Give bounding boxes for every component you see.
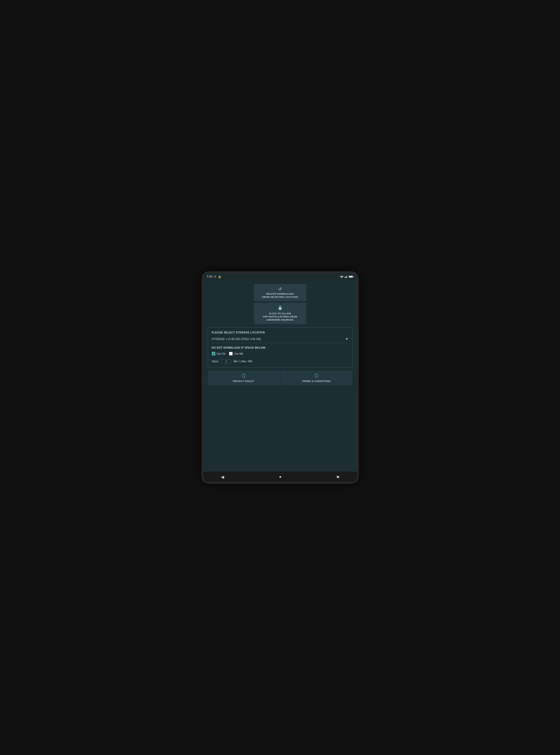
back-button[interactable]: ◀: [219, 474, 226, 480]
do-not-download-label: DO NOT DOWNLOAD IF SPACE BELOW:: [212, 346, 348, 349]
use-mb-checkbox[interactable]: [229, 352, 233, 356]
nav-bar: ◀ ● ■: [203, 472, 357, 482]
allow-installations-label: CLICK TO ALLOWAPP INSTALLATIONS FROM UNK…: [258, 312, 302, 321]
min-max-label: Min: 1 Max: 999: [234, 360, 252, 363]
home-button[interactable]: ●: [277, 474, 284, 480]
status-time: 7:33: [207, 275, 212, 278]
privacy-policy-button[interactable]: PRIVACY POLICY: [208, 371, 280, 385]
use-gb-checkbox-item[interactable]: Use Gb: [212, 352, 226, 356]
use-mb-checkbox-item[interactable]: Use Mb: [229, 352, 243, 356]
terms-icon: [314, 373, 318, 379]
value-row: Value: Min: 1 Max: 999: [212, 359, 348, 364]
use-gb-label: Use Gb: [217, 352, 226, 355]
tablet-frame: 7:33 ⏱ 🔒: [201, 271, 359, 484]
svg-rect-3: [347, 275, 347, 278]
status-right: [340, 275, 354, 278]
use-mb-label: Use Mb: [234, 352, 243, 355]
padlock-icon: [278, 305, 282, 311]
battery-icon: [349, 275, 354, 278]
privacy-policy-label: PRIVACY POLICY: [233, 380, 255, 382]
svg-rect-0: [345, 277, 345, 278]
value-input[interactable]: [221, 359, 231, 364]
storage-dropdown-label: STORAGE 1 (9.98 GB) (FREE 9.86 GB): [212, 338, 261, 340]
dropdown-arrow-icon: ▼: [345, 337, 348, 341]
use-gb-checkbox[interactable]: [212, 352, 215, 356]
delete-downloads-label: DELETE DOWNLOADSFROM SELECTED LOCATION: [262, 293, 298, 299]
alarm-icon: ⏱: [214, 275, 217, 278]
wifi-icon: [340, 275, 343, 278]
recent-apps-button[interactable]: ■: [335, 474, 341, 480]
allow-installations-button[interactable]: CLICK TO ALLOWAPP INSTALLATIONS FROM UNK…: [254, 303, 306, 324]
value-label: Value:: [212, 360, 219, 363]
svg-rect-5: [353, 276, 354, 277]
footer-buttons: PRIVACY POLICY TERMS & CONDITIONS: [208, 371, 353, 385]
storage-section: PLEASE SELECT STORAGE LOCATION STORAGE 1…: [208, 327, 353, 367]
refresh-icon: ↺: [278, 286, 282, 292]
terms-label: TERMS & CONDITIONS: [302, 380, 331, 382]
delete-downloads-button[interactable]: ↺ DELETE DOWNLOADSFROM SELECTED LOCATION: [254, 284, 306, 301]
checkbox-row: Use Gb Use Mb: [212, 352, 348, 356]
svg-rect-1: [345, 276, 346, 278]
svg-rect-2: [346, 276, 347, 278]
side-indicator: [201, 374, 203, 381]
signal-icon: [345, 275, 348, 278]
terms-conditions-button[interactable]: TERMS & CONDITIONS: [280, 371, 353, 385]
top-buttons-area: ↺ DELETE DOWNLOADSFROM SELECTED LOCATION…: [208, 284, 353, 324]
storage-section-title: PLEASE SELECT STORAGE LOCATION: [212, 331, 348, 334]
main-content: ↺ DELETE DOWNLOADSFROM SELECTED LOCATION…: [203, 280, 357, 472]
privacy-policy-icon: [242, 373, 246, 379]
status-left: 7:33 ⏱ 🔒: [207, 275, 221, 278]
storage-dropdown-row[interactable]: STORAGE 1 (9.98 GB) (FREE 9.86 GB) ▼: [212, 337, 348, 343]
svg-rect-6: [349, 276, 353, 277]
status-bar: 7:33 ⏱ 🔒: [203, 273, 357, 280]
svg-rect-7: [279, 307, 281, 310]
lock-icon: 🔒: [218, 275, 221, 278]
